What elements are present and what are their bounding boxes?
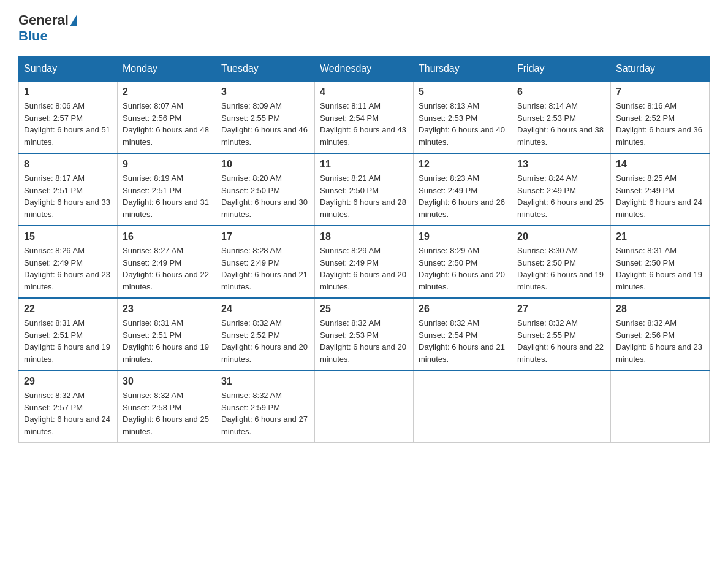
calendar-cell: 7 Sunrise: 8:16 AMSunset: 2:52 PMDayligh… <box>611 81 710 153</box>
day-info: Sunrise: 8:06 AMSunset: 2:57 PMDaylight:… <box>24 101 110 147</box>
day-info: Sunrise: 8:31 AMSunset: 2:50 PMDaylight:… <box>616 246 702 291</box>
day-number: 3 <box>221 86 309 98</box>
day-info: Sunrise: 8:29 AMSunset: 2:50 PMDaylight:… <box>419 246 505 291</box>
calendar-cell: 8 Sunrise: 8:17 AMSunset: 2:51 PMDayligh… <box>19 153 118 226</box>
day-info: Sunrise: 8:21 AMSunset: 2:50 PMDaylight:… <box>320 174 406 219</box>
calendar-cell: 13 Sunrise: 8:24 AMSunset: 2:49 PMDaylig… <box>512 153 611 226</box>
calendar-cell: 19 Sunrise: 8:29 AMSunset: 2:50 PMDaylig… <box>414 226 512 298</box>
calendar-cell: 15 Sunrise: 8:26 AMSunset: 2:49 PMDaylig… <box>19 226 118 298</box>
page-header: General Blue <box>18 12 710 44</box>
calendar-cell <box>414 370 512 443</box>
calendar-table: Sunday Monday Tuesday Wednesday Thursday… <box>18 56 710 443</box>
day-number: 11 <box>320 159 408 170</box>
logo-general-text: General <box>18 12 69 28</box>
day-number: 29 <box>24 376 112 387</box>
calendar-cell <box>315 370 414 443</box>
day-number: 20 <box>517 231 605 242</box>
day-number: 22 <box>24 304 112 315</box>
logo: General Blue <box>18 12 78 44</box>
day-number: 9 <box>123 159 211 170</box>
calendar-cell: 17 Sunrise: 8:28 AMSunset: 2:49 PMDaylig… <box>216 226 315 298</box>
day-info: Sunrise: 8:31 AMSunset: 2:51 PMDaylight:… <box>24 318 110 364</box>
calendar-cell: 6 Sunrise: 8:14 AMSunset: 2:53 PMDayligh… <box>512 81 611 153</box>
day-info: Sunrise: 8:30 AMSunset: 2:50 PMDaylight:… <box>517 246 604 291</box>
week-row-1: 1 Sunrise: 8:06 AMSunset: 2:57 PMDayligh… <box>19 81 710 153</box>
day-info: Sunrise: 8:23 AMSunset: 2:49 PMDaylight:… <box>419 174 505 219</box>
calendar-cell: 4 Sunrise: 8:11 AMSunset: 2:54 PMDayligh… <box>315 81 414 153</box>
calendar-cell: 24 Sunrise: 8:32 AMSunset: 2:52 PMDaylig… <box>216 298 315 370</box>
day-number: 24 <box>221 304 309 315</box>
calendar-cell: 16 Sunrise: 8:27 AMSunset: 2:49 PMDaylig… <box>118 226 216 298</box>
calendar-cell: 25 Sunrise: 8:32 AMSunset: 2:53 PMDaylig… <box>315 298 414 370</box>
day-info: Sunrise: 8:32 AMSunset: 2:53 PMDaylight:… <box>320 318 406 364</box>
calendar-cell: 5 Sunrise: 8:13 AMSunset: 2:53 PMDayligh… <box>414 81 512 153</box>
day-info: Sunrise: 8:31 AMSunset: 2:51 PMDaylight:… <box>123 318 209 364</box>
day-number: 17 <box>221 231 309 242</box>
day-info: Sunrise: 8:09 AMSunset: 2:55 PMDaylight:… <box>221 101 308 147</box>
day-info: Sunrise: 8:32 AMSunset: 2:56 PMDaylight:… <box>616 318 702 364</box>
day-number: 16 <box>123 231 211 242</box>
calendar-cell: 29 Sunrise: 8:32 AMSunset: 2:57 PMDaylig… <box>19 370 118 443</box>
day-info: Sunrise: 8:29 AMSunset: 2:49 PMDaylight:… <box>320 246 406 291</box>
logo-triangle-icon <box>70 14 77 26</box>
day-info: Sunrise: 8:07 AMSunset: 2:56 PMDaylight:… <box>123 101 209 147</box>
day-number: 1 <box>24 86 112 98</box>
calendar-cell <box>512 370 611 443</box>
day-number: 2 <box>123 86 211 98</box>
day-info: Sunrise: 8:13 AMSunset: 2:53 PMDaylight:… <box>419 101 505 147</box>
calendar-cell: 3 Sunrise: 8:09 AMSunset: 2:55 PMDayligh… <box>216 81 315 153</box>
day-number: 7 <box>616 86 704 98</box>
calendar-cell: 11 Sunrise: 8:21 AMSunset: 2:50 PMDaylig… <box>315 153 414 226</box>
day-number: 13 <box>517 159 605 170</box>
header-friday: Friday <box>512 57 611 82</box>
logo-blue-text: Blue <box>18 28 48 44</box>
calendar-cell: 22 Sunrise: 8:31 AMSunset: 2:51 PMDaylig… <box>19 298 118 370</box>
day-number: 23 <box>123 304 211 315</box>
day-info: Sunrise: 8:24 AMSunset: 2:49 PMDaylight:… <box>517 174 604 219</box>
calendar-cell <box>611 370 710 443</box>
calendar-cell: 18 Sunrise: 8:29 AMSunset: 2:49 PMDaylig… <box>315 226 414 298</box>
day-info: Sunrise: 8:32 AMSunset: 2:52 PMDaylight:… <box>221 318 308 364</box>
calendar-cell: 1 Sunrise: 8:06 AMSunset: 2:57 PMDayligh… <box>19 81 118 153</box>
calendar-cell: 9 Sunrise: 8:19 AMSunset: 2:51 PMDayligh… <box>118 153 216 226</box>
day-info: Sunrise: 8:19 AMSunset: 2:51 PMDaylight:… <box>123 174 209 219</box>
day-info: Sunrise: 8:32 AMSunset: 2:54 PMDaylight:… <box>419 318 505 364</box>
day-number: 12 <box>419 159 507 170</box>
day-info: Sunrise: 8:11 AMSunset: 2:54 PMDaylight:… <box>320 101 406 147</box>
week-row-3: 15 Sunrise: 8:26 AMSunset: 2:49 PMDaylig… <box>19 226 710 298</box>
calendar-cell: 21 Sunrise: 8:31 AMSunset: 2:50 PMDaylig… <box>611 226 710 298</box>
calendar-cell: 23 Sunrise: 8:31 AMSunset: 2:51 PMDaylig… <box>118 298 216 370</box>
day-number: 10 <box>221 159 309 170</box>
day-info: Sunrise: 8:16 AMSunset: 2:52 PMDaylight:… <box>616 101 702 147</box>
day-number: 18 <box>320 231 408 242</box>
day-info: Sunrise: 8:28 AMSunset: 2:49 PMDaylight:… <box>221 246 308 291</box>
day-number: 5 <box>419 86 507 98</box>
day-info: Sunrise: 8:14 AMSunset: 2:53 PMDaylight:… <box>517 101 604 147</box>
day-number: 27 <box>517 304 605 315</box>
day-number: 25 <box>320 304 408 315</box>
day-info: Sunrise: 8:32 AMSunset: 2:59 PMDaylight:… <box>221 391 308 436</box>
day-number: 26 <box>419 304 507 315</box>
day-info: Sunrise: 8:32 AMSunset: 2:55 PMDaylight:… <box>517 318 604 364</box>
week-row-4: 22 Sunrise: 8:31 AMSunset: 2:51 PMDaylig… <box>19 298 710 370</box>
header-thursday: Thursday <box>414 57 512 82</box>
header-wednesday: Wednesday <box>315 57 414 82</box>
day-number: 30 <box>123 376 211 387</box>
calendar-cell: 30 Sunrise: 8:32 AMSunset: 2:58 PMDaylig… <box>118 370 216 443</box>
header-tuesday: Tuesday <box>216 57 315 82</box>
calendar-cell: 31 Sunrise: 8:32 AMSunset: 2:59 PMDaylig… <box>216 370 315 443</box>
day-number: 31 <box>221 376 309 387</box>
calendar-cell: 27 Sunrise: 8:32 AMSunset: 2:55 PMDaylig… <box>512 298 611 370</box>
day-number: 14 <box>616 159 704 170</box>
day-number: 21 <box>616 231 704 242</box>
week-row-5: 29 Sunrise: 8:32 AMSunset: 2:57 PMDaylig… <box>19 370 710 443</box>
day-number: 4 <box>320 86 408 98</box>
calendar-cell: 12 Sunrise: 8:23 AMSunset: 2:49 PMDaylig… <box>414 153 512 226</box>
day-number: 28 <box>616 304 704 315</box>
calendar-cell: 2 Sunrise: 8:07 AMSunset: 2:56 PMDayligh… <box>118 81 216 153</box>
day-number: 6 <box>517 86 605 98</box>
day-info: Sunrise: 8:25 AMSunset: 2:49 PMDaylight:… <box>616 174 702 219</box>
day-info: Sunrise: 8:27 AMSunset: 2:49 PMDaylight:… <box>123 246 209 291</box>
header-saturday: Saturday <box>611 57 710 82</box>
calendar-cell: 14 Sunrise: 8:25 AMSunset: 2:49 PMDaylig… <box>611 153 710 226</box>
